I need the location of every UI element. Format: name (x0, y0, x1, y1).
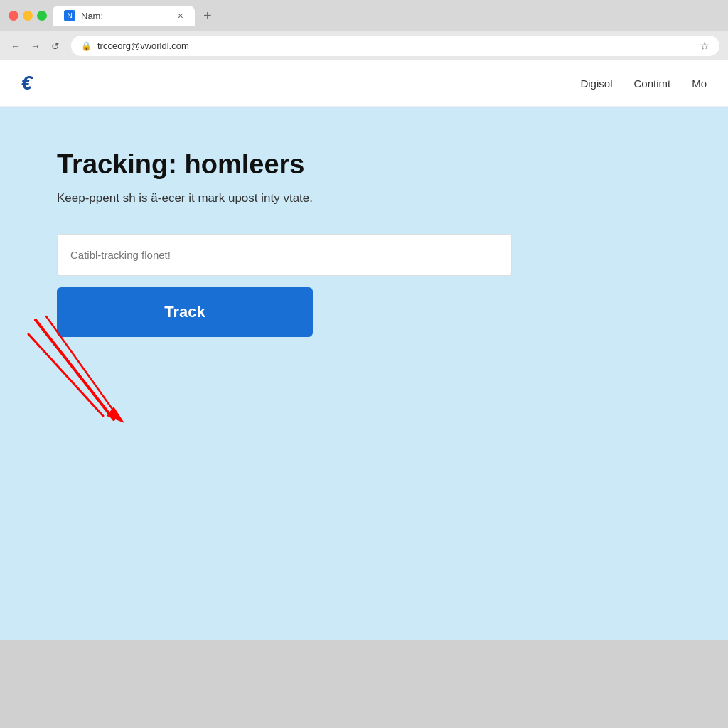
minimize-traffic-light[interactable] (23, 11, 33, 21)
site-header: € Digisol Contimt Mo (0, 60, 728, 107)
new-tab-button[interactable]: + (198, 6, 218, 26)
back-button[interactable]: ← (9, 41, 23, 52)
nav-item-more[interactable]: Mo (692, 77, 707, 90)
page-subtitle: Keep-ppent sh is ä-ecer it mark upost in… (57, 191, 671, 205)
url-bar[interactable]: 🔒 trcceorg@vworldl.com ☆ (71, 36, 719, 56)
website: € Digisol Contimt Mo Tracking: homleers … (0, 60, 728, 640)
tab-bar: N Nam: × + (53, 6, 719, 26)
nav-links: Digisol Contimt Mo (580, 77, 707, 90)
refresh-button[interactable]: ↺ (48, 41, 63, 52)
logo: € (21, 72, 33, 95)
forward-button[interactable]: → (28, 41, 43, 52)
bookmark-icon[interactable]: ☆ (700, 39, 710, 53)
nav-buttons: ← → ↺ (9, 41, 63, 52)
title-bar: N Nam: × + (0, 0, 728, 31)
nav-item-contimt[interactable]: Contimt (633, 77, 670, 90)
address-bar: ← → ↺ 🔒 trcceorg@vworldl.com ☆ (0, 31, 728, 60)
url-text: trcceorg@vworldl.com (97, 41, 189, 51)
tab-favicon: N (64, 10, 75, 21)
maximize-traffic-light[interactable] (37, 11, 47, 21)
track-button[interactable]: Track (57, 287, 313, 337)
main-content: Tracking: homleers Keep-ppent sh is ä-ec… (0, 107, 728, 640)
lock-icon: 🔒 (81, 41, 92, 51)
nav-item-digisol[interactable]: Digisol (580, 77, 612, 90)
tab-close-button[interactable]: × (178, 10, 183, 21)
traffic-lights (9, 11, 47, 21)
page-title: Tracking: homleers (57, 149, 671, 180)
tab-title: Nam: (81, 11, 103, 21)
tracking-input[interactable] (57, 234, 512, 276)
svg-line-2 (28, 334, 103, 416)
close-traffic-light[interactable] (9, 11, 18, 21)
svg-marker-1 (107, 407, 124, 423)
active-tab[interactable]: N Nam: × (53, 6, 195, 26)
browser-chrome: N Nam: × + ← → ↺ 🔒 trcceorg@vworldl.com … (0, 0, 728, 60)
